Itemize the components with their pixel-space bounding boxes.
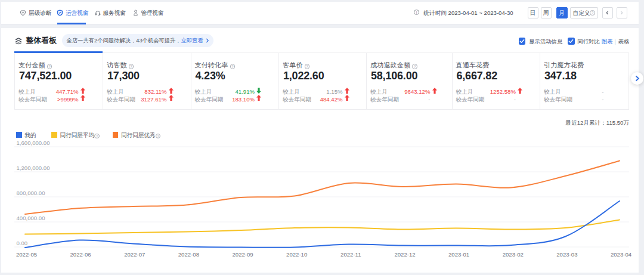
svg-text:2022-11: 2022-11 <box>340 251 361 258</box>
svg-text:800,000.00: 800,000.00 <box>17 190 45 196</box>
svg-text:400,000.00: 400,000.00 <box>17 215 45 221</box>
svg-text:2023-03: 2023-03 <box>556 251 577 258</box>
svg-text:2022-09: 2022-09 <box>232 251 253 258</box>
svg-text:2023-04: 2023-04 <box>611 251 632 258</box>
svg-text:2022-12: 2022-12 <box>394 251 415 258</box>
svg-text:0.00: 0.00 <box>17 240 28 246</box>
svg-text:2022-06: 2022-06 <box>70 251 91 258</box>
svg-text:2022-05: 2022-05 <box>16 251 37 258</box>
svg-text:2022-07: 2022-07 <box>124 251 145 258</box>
svg-text:2023-01: 2023-01 <box>448 251 469 258</box>
svg-text:2023-02: 2023-02 <box>503 251 524 258</box>
svg-text:1,200,000.00: 1,200,000.00 <box>17 165 50 171</box>
svg-text:2022-08: 2022-08 <box>178 251 199 258</box>
svg-text:1,600,000.00: 1,600,000.00 <box>17 140 50 146</box>
svg-text:2022-10: 2022-10 <box>286 251 307 258</box>
